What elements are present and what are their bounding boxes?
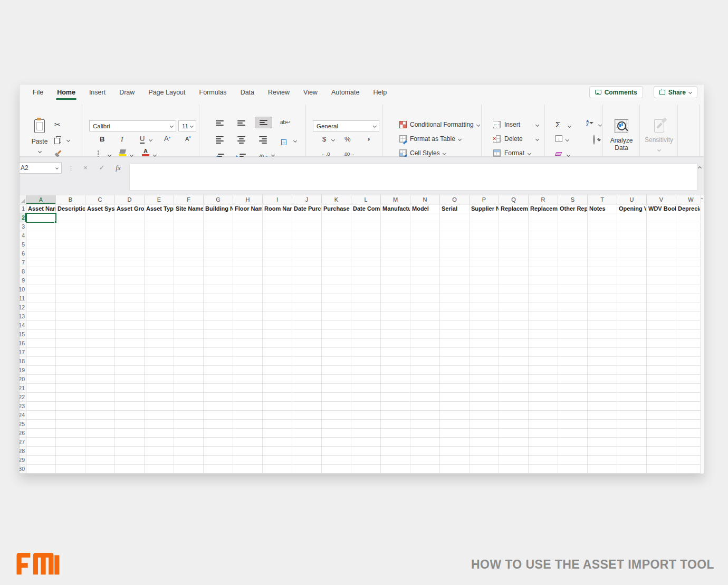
cell-D8[interactable] xyxy=(115,267,145,276)
cell-I6[interactable] xyxy=(263,249,292,258)
cell-L12[interactable] xyxy=(351,303,381,312)
cell-W29[interactable] xyxy=(676,456,700,465)
cell-W12[interactable] xyxy=(676,303,700,312)
cell-B21[interactable] xyxy=(56,384,85,393)
cell-P5[interactable] xyxy=(470,240,499,249)
cell-Q14[interactable] xyxy=(499,321,529,330)
cell-A1[interactable]: Asset Name xyxy=(26,204,56,213)
cell-W2[interactable] xyxy=(676,213,700,222)
cell-J17[interactable] xyxy=(292,348,322,357)
tab-page-layout[interactable]: Page Layout xyxy=(141,84,192,100)
cell-W9[interactable] xyxy=(676,276,700,285)
cell-E2[interactable] xyxy=(145,213,174,222)
confirm-entry-icon[interactable]: ✓ xyxy=(95,162,109,174)
cell-R18[interactable] xyxy=(529,357,558,366)
cell-V8[interactable] xyxy=(647,267,676,276)
cell-T8[interactable] xyxy=(588,267,617,276)
cell-I8[interactable] xyxy=(263,267,292,276)
cell-F4[interactable] xyxy=(174,231,204,240)
cell-B10[interactable] xyxy=(56,285,85,294)
column-header-A[interactable]: A xyxy=(26,195,56,204)
align-bottom-button-pressed[interactable] xyxy=(255,117,272,128)
cell-F30[interactable] xyxy=(174,465,204,474)
cell-J15[interactable] xyxy=(292,330,322,339)
cell-P7[interactable] xyxy=(470,258,499,267)
cell-O26[interactable] xyxy=(440,429,470,438)
cell-K26[interactable] xyxy=(322,429,351,438)
cell-E12[interactable] xyxy=(145,303,174,312)
cell-B17[interactable] xyxy=(56,348,85,357)
column-header-M[interactable]: M xyxy=(381,195,410,204)
sort-filter-button[interactable]: AZ xyxy=(586,119,593,127)
cell-R6[interactable] xyxy=(529,249,558,258)
cell-G9[interactable] xyxy=(204,276,233,285)
cell-O24[interactable] xyxy=(440,411,470,420)
cell-M2[interactable] xyxy=(381,213,410,222)
cell-B22[interactable] xyxy=(56,393,85,402)
cell-U16[interactable] xyxy=(617,339,647,348)
select-all-corner[interactable] xyxy=(20,195,26,204)
font-color-button[interactable]: A xyxy=(142,148,149,156)
cell-U30[interactable] xyxy=(617,465,647,474)
cell-J26[interactable] xyxy=(292,429,322,438)
cell-W28[interactable] xyxy=(676,447,700,456)
row-header-17[interactable]: 17 xyxy=(20,348,26,357)
cell-T23[interactable] xyxy=(588,402,617,411)
cell-C18[interactable] xyxy=(85,357,115,366)
cell-G4[interactable] xyxy=(204,231,233,240)
cell-G5[interactable] xyxy=(204,240,233,249)
fill-color-button[interactable] xyxy=(119,149,126,156)
cell-B7[interactable] xyxy=(56,258,85,267)
column-header-U[interactable]: U xyxy=(617,195,647,204)
cell-A5[interactable] xyxy=(26,240,56,249)
cell-E21[interactable] xyxy=(145,384,174,393)
cell-O23[interactable] xyxy=(440,402,470,411)
cell-V4[interactable] xyxy=(647,231,676,240)
cell-A25[interactable] xyxy=(26,420,56,429)
cell-A18[interactable] xyxy=(26,357,56,366)
cell-J30[interactable] xyxy=(292,465,322,474)
cell-W27[interactable] xyxy=(676,438,700,447)
cell-K13[interactable] xyxy=(322,312,351,321)
delete-cells-button[interactable]: Delete xyxy=(493,135,539,143)
cell-O22[interactable] xyxy=(440,393,470,402)
cut-button[interactable]: ✂ xyxy=(54,120,61,129)
cell-T28[interactable] xyxy=(588,447,617,456)
autosum-button[interactable]: Σ xyxy=(555,120,560,129)
paste-button[interactable]: Paste xyxy=(27,119,52,155)
cell-T26[interactable] xyxy=(588,429,617,438)
cell-C27[interactable] xyxy=(85,438,115,447)
cell-R22[interactable] xyxy=(529,393,558,402)
cell-H25[interactable] xyxy=(233,420,263,429)
cell-R27[interactable] xyxy=(529,438,558,447)
cell-E24[interactable] xyxy=(145,411,174,420)
cell-W1[interactable]: Depreciation xyxy=(676,204,700,213)
cell-F14[interactable] xyxy=(174,321,204,330)
column-header-N[interactable]: N xyxy=(410,195,440,204)
cell-D25[interactable] xyxy=(115,420,145,429)
cell-B13[interactable] xyxy=(56,312,85,321)
cell-I4[interactable] xyxy=(263,231,292,240)
cell-T2[interactable] xyxy=(588,213,617,222)
cell-C5[interactable] xyxy=(85,240,115,249)
cell-M25[interactable] xyxy=(381,420,410,429)
scroll-up-icon[interactable] xyxy=(701,197,703,200)
cell-I18[interactable] xyxy=(263,357,292,366)
cell-P13[interactable] xyxy=(470,312,499,321)
column-header-J[interactable]: J xyxy=(292,195,322,204)
cell-D23[interactable] xyxy=(115,402,145,411)
cell-R11[interactable] xyxy=(529,294,558,303)
cell-W7[interactable] xyxy=(676,258,700,267)
cell-U12[interactable] xyxy=(617,303,647,312)
cell-S25[interactable] xyxy=(558,420,588,429)
cell-A19[interactable] xyxy=(26,366,56,375)
cell-U14[interactable] xyxy=(617,321,647,330)
cell-L27[interactable] xyxy=(351,438,381,447)
row-header-24[interactable]: 24 xyxy=(20,411,26,420)
cell-V2[interactable] xyxy=(647,213,676,222)
cell-T24[interactable] xyxy=(588,411,617,420)
cell-N16[interactable] xyxy=(410,339,440,348)
cell-I10[interactable] xyxy=(263,285,292,294)
cell-U6[interactable] xyxy=(617,249,647,258)
cell-N30[interactable] xyxy=(410,465,440,474)
